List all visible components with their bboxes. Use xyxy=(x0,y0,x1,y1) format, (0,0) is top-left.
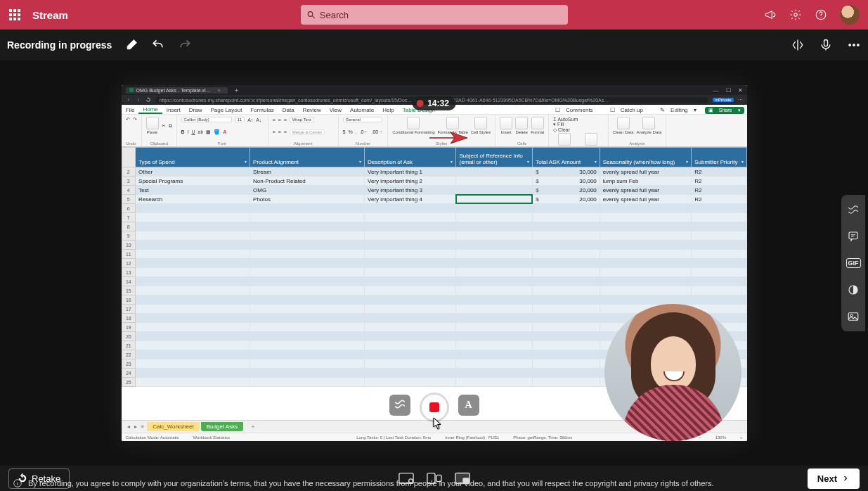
stop-recording-button[interactable] xyxy=(422,395,447,420)
table-row[interactable]: 6 xyxy=(122,204,746,213)
app-launcher-button[interactable] xyxy=(0,0,30,30)
sheet-tab-budget[interactable]: Budget Asks xyxy=(201,422,243,431)
bold-button[interactable]: B xyxy=(181,129,185,134)
table-row[interactable]: 12 xyxy=(122,259,746,268)
catchup-button[interactable]: ☐ Catch up xyxy=(606,107,652,114)
paste-button[interactable]: Paste xyxy=(146,117,159,134)
share-button[interactable]: ▣ Share ▾ xyxy=(705,107,744,114)
table-row[interactable]: 7 xyxy=(122,213,746,222)
microphone-icon[interactable] xyxy=(819,38,833,52)
zoom-in-button[interactable]: + xyxy=(740,435,743,440)
ribbon-editing-group: Σ AutoSum ▾ Fill ◇ Clear Sort & FilterFi… xyxy=(549,115,608,146)
menu-help[interactable]: Help xyxy=(378,107,398,114)
wrap-text-button[interactable]: Wrap Text xyxy=(290,117,314,122)
font-color-button[interactable]: A xyxy=(223,129,226,134)
menu-review[interactable]: Review xyxy=(299,107,325,114)
increase-font-icon[interactable]: A↑ xyxy=(247,117,253,122)
format-as-table-button[interactable]: Format As Table xyxy=(438,117,468,134)
window-controls[interactable]: —☐✕ xyxy=(713,87,743,94)
all-sheets-button[interactable]: ≡ xyxy=(140,423,146,430)
italic-button[interactable]: I xyxy=(188,129,189,134)
table-row[interactable]: 11 xyxy=(122,250,746,259)
new-tab-button[interactable]: ＋ xyxy=(233,86,240,95)
menu-automate[interactable]: Automate xyxy=(346,107,378,114)
browser-menu-icon[interactable]: ⋯ xyxy=(738,97,743,103)
forward-button[interactable] xyxy=(136,97,141,103)
note-tool-button[interactable] xyxy=(844,227,862,246)
redo-icon[interactable]: ↷ xyxy=(133,117,137,122)
cell-styles-button[interactable]: Cell Styles xyxy=(471,117,491,134)
table-row[interactable]: 8 xyxy=(122,222,746,231)
undo-button[interactable] xyxy=(151,38,165,52)
editing-dropdown[interactable]: ✎ Editing ▾ xyxy=(656,107,701,114)
clear-button[interactable]: ◇ Clear xyxy=(553,127,570,133)
cut-icon[interactable]: ✂ xyxy=(162,123,166,129)
copy-icon[interactable]: ⧉ xyxy=(169,123,172,129)
workbook-stats-label[interactable]: Workbook Statistics xyxy=(193,435,231,440)
menu-insert[interactable]: Insert xyxy=(162,107,185,114)
back-button[interactable] xyxy=(126,97,131,103)
add-sheet-button[interactable]: ＋ xyxy=(245,421,261,432)
gif-tool-button[interactable]: GIF xyxy=(844,254,862,272)
font-name-select[interactable]: Calibri (Body) xyxy=(181,117,232,122)
table-row[interactable]: 16 xyxy=(122,295,746,305)
browser-tab[interactable]: OMG Budget Asks - Template.xl…× xyxy=(126,87,228,94)
underline-button[interactable]: U xyxy=(192,129,195,134)
analyze-data-button[interactable]: Analyze Data xyxy=(637,117,662,134)
decrease-font-icon[interactable]: A↓ xyxy=(256,117,261,122)
sheet-nav-prev[interactable]: ◂ xyxy=(126,423,131,430)
menu-data[interactable]: Data xyxy=(278,107,299,114)
menu-file[interactable]: File xyxy=(122,107,139,114)
eraser-icon[interactable] xyxy=(124,38,138,52)
table-row[interactable]: 5 ResearchPhotos Very important thing 4 … xyxy=(122,195,746,204)
fill-button[interactable]: ▾ Fill xyxy=(553,122,564,127)
menu-formulas[interactable]: Formulas xyxy=(246,107,278,114)
fill-color-button[interactable]: 🪣 xyxy=(214,129,220,135)
font-size-select[interactable]: 11 xyxy=(235,117,245,122)
table-row[interactable]: 15 xyxy=(122,286,746,295)
mirror-icon[interactable] xyxy=(791,38,805,52)
table-row[interactable]: 9 xyxy=(122,231,746,241)
autosum-button[interactable]: Σ AutoSum xyxy=(553,117,578,122)
more-options-icon[interactable] xyxy=(847,38,861,52)
clear-annotations-button[interactable] xyxy=(389,395,410,416)
border-button[interactable]: ▦ xyxy=(206,129,211,135)
table-row[interactable]: 14 xyxy=(122,277,746,286)
undo-icon[interactable]: ↶ xyxy=(126,117,130,122)
text-annotation-button[interactable]: A xyxy=(458,395,479,416)
shape-tool-button[interactable] xyxy=(844,281,862,299)
format-cells-button[interactable]: Format xyxy=(531,117,544,134)
close-tab-icon[interactable]: × xyxy=(218,88,221,93)
table-row[interactable]: 4 TestOMG Very important thing 3 20,000e… xyxy=(122,186,746,195)
menu-draw[interactable]: Draw xyxy=(185,107,207,114)
image-tool-button[interactable] xyxy=(844,307,862,326)
delete-cells-button[interactable]: Delete xyxy=(515,117,528,134)
refresh-button[interactable] xyxy=(145,97,151,103)
number-format-select[interactable]: General xyxy=(343,117,382,122)
draw-tool-button[interactable] xyxy=(844,200,862,219)
menu-pagelayout[interactable]: Page Layout xyxy=(206,107,246,114)
sheet-tab-calc[interactable]: Calc_Worksheet xyxy=(147,422,200,431)
table-row[interactable]: 10 xyxy=(122,241,746,250)
conditional-formatting-button[interactable]: Conditional Formatting xyxy=(392,117,434,134)
profile-badge[interactable]: InPrivate xyxy=(713,98,734,102)
menu-view[interactable]: View xyxy=(325,107,346,114)
settings-gear-icon[interactable] xyxy=(789,8,802,21)
search-input[interactable] xyxy=(320,10,562,20)
megaphone-icon[interactable] xyxy=(764,8,777,21)
comments-button[interactable]: ☐ Comments xyxy=(551,107,602,114)
sheet-nav-next[interactable]: ▸ xyxy=(133,423,138,430)
strike-button[interactable]: ab xyxy=(198,129,204,134)
table-row[interactable]: 13 xyxy=(122,268,746,277)
help-icon[interactable] xyxy=(815,8,827,21)
table-row[interactable]: 2 OtherStream Very important thing 1 30,… xyxy=(122,167,746,177)
merge-center-button[interactable]: Merge & Center xyxy=(290,129,325,135)
menu-home[interactable]: Home xyxy=(138,106,162,114)
insert-cells-button[interactable]: Insert xyxy=(500,117,512,134)
webcam-overlay[interactable] xyxy=(604,304,741,441)
user-avatar[interactable] xyxy=(840,5,860,25)
table-row[interactable]: 3 Special ProgramsNon-Product Related Ve… xyxy=(122,177,746,186)
clean-data-button[interactable]: Clean Data xyxy=(613,117,634,134)
redo-button[interactable] xyxy=(178,38,192,52)
search-box[interactable] xyxy=(301,5,568,25)
